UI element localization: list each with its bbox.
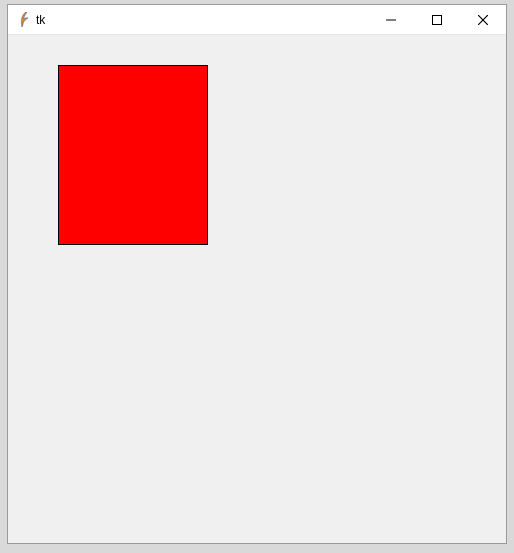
app-window: tk: [7, 4, 507, 544]
canvas-rectangle: [58, 65, 208, 245]
minimize-button[interactable]: [368, 5, 414, 35]
client-area: [8, 35, 506, 543]
svg-rect-1: [433, 16, 442, 25]
window-title: tk: [36, 13, 45, 27]
titlebar-left: tk: [8, 12, 368, 28]
tk-feather-icon: [16, 12, 30, 28]
close-button[interactable]: [460, 5, 506, 35]
titlebar[interactable]: tk: [8, 5, 506, 35]
tk-canvas: [8, 35, 506, 543]
maximize-button[interactable]: [414, 5, 460, 35]
window-controls: [368, 5, 506, 34]
